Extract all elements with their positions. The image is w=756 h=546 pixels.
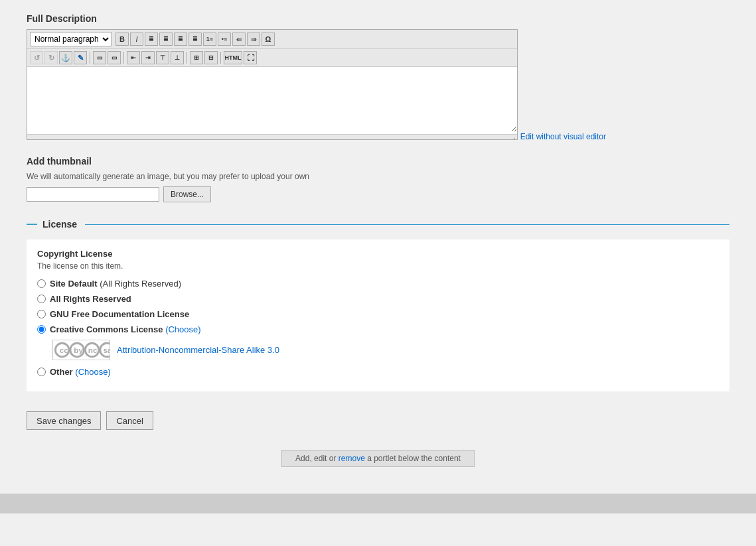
radio-row-gnu: GNU Free Documentation License [37,309,719,319]
gnu-fdl-label: GNU Free Documentation License [50,309,189,319]
radio-other[interactable] [37,368,46,376]
fullscreen-button[interactable]: ⛶ [244,51,257,64]
ul-button[interactable]: •≡ [218,33,231,46]
svg-text:nc: nc [88,346,98,354]
cc-logo-row: cc by nc sa [52,340,719,360]
radio-label-gnu[interactable]: GNU Free Documentation License [50,309,189,319]
license-box: Copyright License The license on this it… [27,239,729,391]
add-thumbnail-section: Add thumbnail We will automatically gene… [27,156,729,202]
bottom-bar [0,494,756,513]
portlet-bar-text: Add, edit or remove a portlet below the … [295,454,461,463]
browse-button[interactable]: Browse... [163,186,211,202]
add-thumbnail-title: Add thumbnail [27,156,729,167]
html-button[interactable]: HTML [224,51,242,64]
radio-label-all-rights[interactable]: All Rights Reserved [50,294,131,304]
svg-text:by: by [74,346,83,354]
align-left-button[interactable]: ≣ [145,33,158,46]
license-section-title: License [42,219,77,230]
insert-box2-button[interactable]: ▭ [108,51,121,64]
radio-site-default[interactable] [37,279,46,288]
portlet-bar-inner[interactable]: Add, edit or remove a portlet below the … [281,450,475,467]
svg-text:sa: sa [104,346,110,354]
copyright-license-title: Copyright License [37,249,719,259]
other-label: Other [50,367,73,377]
indent-more-button[interactable]: ⇒ [247,33,260,46]
all-rights-label: All Rights Reserved [50,294,131,304]
radio-label-site-default[interactable]: Site Default (All Rights Reserved) [50,279,181,289]
toolbar-row-2: ↺ ↻ ⚓ ✎ ▭ ▭ ⇤ ⇥ ⊤ ⊥ ⊞ ⊟ HTML [27,49,517,67]
paragraph-style-select[interactable]: Normal paragraph [30,32,112,46]
toolbar-row-1: Normal paragraph B I ≣ ≣ ≣ ≣ 1≡ •≡ ⇐ ⇒ Ω [27,30,517,49]
cc-choose-link[interactable]: (Choose) [165,324,200,334]
radio-row-cc: Creative Commons License (Choose) [37,324,719,334]
toolbar-sep-3 [187,52,187,64]
portlet-remove-link[interactable]: remove [339,454,365,463]
radio-cc[interactable] [37,325,46,334]
align-center-button[interactable]: ≣ [159,33,173,46]
toolbar-sep-1 [90,52,90,64]
portlet-bar: Add, edit or remove a portlet below the … [27,450,729,467]
ol-button[interactable]: 1≡ [203,33,216,46]
thumbnail-row: Browse... [27,186,729,202]
license-divider [85,224,729,225]
indent-less-button[interactable]: ⇐ [232,33,246,46]
toolbar-sep-4 [220,52,221,64]
edit-without-visual-editor-link[interactable]: Edit without visual editor [520,132,606,141]
cc-license-link[interactable]: Attribution-Noncommercial-Share Alike 3.… [117,345,279,355]
radio-row-other: Other (Choose) [37,367,719,377]
undo-button[interactable]: ↺ [30,51,43,64]
full-description-section: Full Description Normal paragraph B I ≣ … [27,13,729,141]
cc-label: Creative Commons License [50,324,163,334]
rich-text-editor: Normal paragraph B I ≣ ≣ ≣ ≣ 1≡ •≡ ⇐ ⇒ Ω… [27,29,518,140]
table-row-after[interactable]: ⊥ [171,51,184,64]
copyright-license-desc: The license on this item. [37,261,719,271]
other-choose-link[interactable]: (Choose) [75,367,110,377]
radio-label-cc[interactable]: Creative Commons License (Choose) [50,324,201,334]
full-description-title: Full Description [27,13,729,24]
table-col-before[interactable]: ⇤ [127,51,140,64]
editor-statusbar: ⌟ [27,134,517,139]
site-default-extra: (All Rights Reserved) [100,279,181,289]
license-header: — License [27,218,729,230]
editor-textarea[interactable] [27,67,517,132]
bold-button[interactable]: B [115,33,129,46]
toolbar-sep-2 [123,52,124,64]
cc-logo-svg: cc by nc sa [52,340,110,360]
save-changes-button[interactable]: Save changes [27,411,101,430]
justify-button[interactable]: ≣ [189,33,202,46]
thumbnail-description: We will automatically generate an image,… [27,172,729,181]
license-section: — License Copyright License The license … [27,218,729,391]
site-default-label: Site Default [50,279,98,289]
anchor-button[interactable]: ⚓ [59,51,72,64]
table-insert-button[interactable]: ⊞ [190,51,203,64]
radio-gnu-fdl[interactable] [37,310,46,318]
table-row-before[interactable]: ⊤ [156,51,169,64]
radio-row-all-rights: All Rights Reserved [37,294,719,304]
radio-all-rights[interactable] [37,295,46,303]
radio-row-site-default: Site Default (All Rights Reserved) [37,279,719,289]
edit-button[interactable]: ✎ [74,51,87,64]
svg-text:cc: cc [60,346,69,354]
cancel-button[interactable]: Cancel [106,411,153,430]
align-right-button[interactable]: ≣ [174,33,187,46]
radio-label-other[interactable]: Other (Choose) [50,367,111,377]
redo-button[interactable]: ↻ [44,51,58,64]
thumbnail-file-input[interactable] [27,187,159,202]
table-delete-button[interactable]: ⊟ [204,51,218,64]
actions-row: Save changes Cancel [27,411,729,430]
cc-logo-icon: cc by nc sa [52,340,110,360]
license-dash-icon: — [27,218,37,230]
insert-box1-button[interactable]: ▭ [93,51,106,64]
italic-button[interactable]: I [130,33,143,46]
special-chars-button[interactable]: Ω [262,33,275,46]
table-col-after[interactable]: ⇥ [141,51,155,64]
